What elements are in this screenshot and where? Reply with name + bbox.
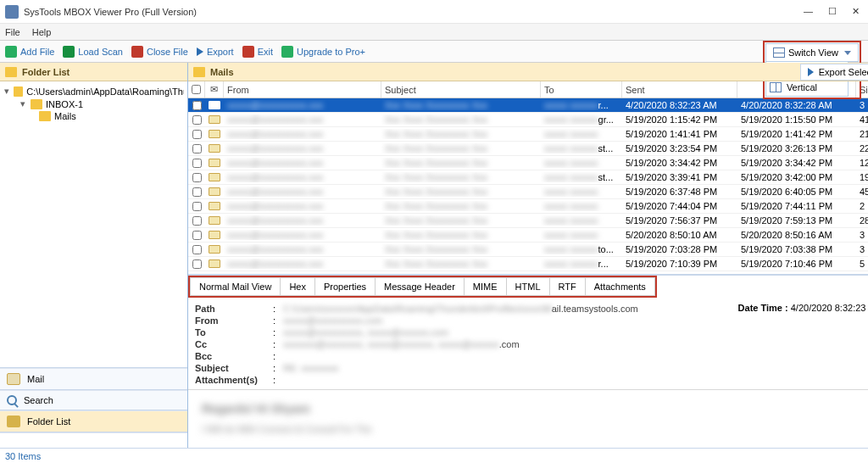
table-row[interactable]: xxxxx@xxxxxxxxxx.xxxXxx Xxxx Xxxxxxxxx X… — [188, 185, 868, 199]
envelope-icon — [209, 101, 220, 109]
row-size: 2293 — [856, 143, 868, 153]
folder-tree[interactable]: ▾ C:\Users\admin\AppData\Roaming\Thunder… — [0, 81, 187, 367]
table-row[interactable]: xxxxx@xxxxxxxxxx.xxxXxx Xxxx Xxxxxxxxx X… — [188, 142, 868, 156]
nav-search[interactable]: Search — [0, 390, 187, 410]
menu-file[interactable]: File — [5, 27, 20, 37]
tab-message-header[interactable]: Message Header — [376, 277, 465, 296]
table-row[interactable]: xxxxx@xxxxxxxxxx.xxxXxx Xxxx Xxxxxxxxx X… — [188, 170, 868, 185]
row-received: 5/19/2020 3:34:42 PM — [737, 158, 856, 168]
envelope-icon — [209, 245, 220, 254]
row-checkbox[interactable] — [192, 101, 202, 110]
tab-normal-mail-view[interactable]: Normal Mail View — [190, 277, 281, 296]
close-button[interactable]: ✕ — [852, 6, 860, 17]
row-checkbox[interactable] — [192, 159, 202, 168]
table-row[interactable]: xxxxx@xxxxxxxxxx.xxxXxx Xxxx Xxxxxxxxx X… — [188, 113, 868, 127]
status-item-count: 30 Items — [5, 451, 41, 461]
folder-icon — [39, 111, 51, 121]
exit-button[interactable]: Exit — [242, 46, 273, 58]
close-file-button[interactable]: Close File — [131, 46, 188, 58]
tab-properties[interactable]: Properties — [315, 277, 376, 296]
row-received: 5/19/2020 3:42:00 PM — [737, 172, 856, 182]
row-checkbox[interactable] — [192, 144, 202, 153]
search-icon — [7, 395, 17, 405]
menu-help[interactable]: Help — [32, 27, 52, 37]
plus-icon — [5, 46, 17, 58]
mail-body-preview: Regards/ Hi Shyam I Will do With Connect… — [188, 390, 868, 448]
row-received: 5/19/2020 7:03:38 PM — [737, 244, 856, 254]
row-size: 1975 — [856, 172, 868, 182]
close-icon — [131, 46, 143, 58]
folder-icon — [14, 86, 23, 97]
detail-path-label: Path — [195, 304, 273, 314]
left-pane: Folder List ▾ C:\Users\admin\AppData\Roa… — [0, 63, 188, 448]
envelope-icon — [209, 159, 220, 167]
tab-mime[interactable]: MIME — [465, 277, 507, 296]
folder-list-header: Folder List — [0, 63, 187, 81]
envelope-icon — [209, 173, 220, 181]
row-checkbox[interactable] — [192, 187, 202, 197]
row-checkbox[interactable] — [192, 216, 202, 226]
col-to[interactable]: To — [541, 81, 622, 98]
upgrade-button[interactable]: Upgrade to Pro+ — [281, 46, 365, 58]
row-sent: 5/19/2020 7:03:28 PM — [622, 244, 737, 254]
table-row[interactable]: xxxxx@xxxxxxxxxx.xxxXxx Xxxx Xxxxxxxxx X… — [188, 228, 868, 243]
row-checkbox[interactable] — [192, 130, 202, 139]
col-checkbox[interactable] — [188, 81, 205, 98]
tab-rtf[interactable]: RTF — [550, 277, 586, 296]
col-attachment[interactable]: ✉ — [205, 81, 224, 98]
row-received: 5/20/2020 8:50:16 AM — [737, 230, 856, 240]
load-scan-button[interactable]: Load Scan — [63, 46, 123, 58]
row-size: 28 — [856, 215, 868, 226]
detail-cc-tail: .com — [499, 339, 520, 349]
col-sent[interactable]: Sent — [622, 81, 737, 98]
table-row[interactable]: xxxxx@xxxxxxxxxx.xxxXxx Xxxx Xxxxxxxxx X… — [188, 257, 868, 271]
row-sent: 5/19/2020 3:34:42 PM — [622, 158, 737, 168]
folder-icon — [193, 67, 205, 77]
envelope-icon — [209, 202, 220, 210]
add-file-button[interactable]: Add File — [5, 46, 54, 58]
row-checkbox[interactable] — [192, 231, 202, 240]
tree-mails[interactable]: Mails — [0, 110, 187, 122]
row-checkbox[interactable] — [192, 173, 202, 182]
toolbar: Add File Load Scan Close File Export Exi… — [0, 41, 868, 63]
row-size: 2 — [856, 201, 868, 211]
row-received: 5/19/2020 7:59:13 PM — [737, 215, 856, 226]
row-checkbox[interactable] — [192, 202, 202, 211]
titlebar: SysTools MBOX Viewer Pro (Full Version) … — [0, 0, 868, 24]
col-subject[interactable]: Subject — [381, 81, 541, 98]
table-row[interactable]: xxxxx@xxxxxxxxxx.xxxXxx Xxxx Xxxxxxxxx X… — [188, 127, 868, 142]
nav-folder-list[interactable]: Folder List — [0, 410, 187, 432]
minimize-button[interactable]: — — [804, 6, 813, 17]
mail-icon — [7, 373, 20, 385]
table-row[interactable]: xxxxx@xxxxxxxxxx.xxxXxx Xxxx Xxxxxxxxx X… — [188, 199, 868, 214]
tab-attachments[interactable]: Attachments — [586, 277, 655, 296]
tab-hex[interactable]: Hex — [281, 277, 315, 296]
folder-icon — [5, 67, 17, 77]
maximize-button[interactable]: ☐ — [828, 6, 837, 17]
row-received: 5/19/2020 7:44:11 PM — [737, 201, 856, 211]
collapse-icon[interactable]: ▾ — [19, 98, 27, 109]
row-checkbox[interactable] — [192, 259, 202, 269]
export-selected-button[interactable]: Export Selected — [800, 64, 868, 81]
row-received: 5/19/2020 3:26:13 PM — [737, 143, 856, 153]
row-sent: 4/20/2020 8:32:23 AM — [622, 100, 737, 110]
table-row[interactable]: xxxxx@xxxxxxxxxx.xxxXxx Xxxx Xxxxxxxxx X… — [188, 243, 868, 257]
table-row[interactable]: xxxxx@xxxxxxxxxx.xxxXxx Xxxx Xxxxxxxxx X… — [188, 156, 868, 170]
collapse-icon[interactable]: ▾ — [3, 86, 10, 97]
row-received: 5/19/2020 1:41:42 PM — [737, 129, 856, 139]
table-row[interactable]: xxxxx@xxxxxxxxxx.xxxXxx Xxxx Xxxxxxxxx X… — [188, 214, 868, 228]
row-size: 5 — [856, 259, 868, 269]
tab-html[interactable]: HTML — [507, 277, 550, 296]
export-button[interactable]: Export — [197, 47, 234, 57]
table-row[interactable]: xxxxx@xxxxxxxxxx.xxxXxx Xxxx Xxxxxxxxx X… — [188, 98, 868, 113]
tree-root[interactable]: ▾ C:\Users\admin\AppData\Roaming\Thunder… — [0, 85, 187, 98]
nav-mail[interactable]: Mail — [0, 368, 187, 390]
right-pane: Mails Export Selected ✉ From Subject To … — [188, 63, 868, 448]
switch-view-vertical[interactable]: Vertical — [766, 79, 848, 96]
col-from[interactable]: From — [224, 81, 381, 98]
tree-inbox[interactable]: ▾ INBOX-1 — [0, 98, 187, 110]
row-checkbox[interactable] — [192, 245, 202, 254]
switch-view-button[interactable]: Switch View — [765, 43, 859, 62]
row-checkbox[interactable] — [192, 115, 202, 125]
left-nav: Mail Search Folder List — [0, 367, 187, 448]
